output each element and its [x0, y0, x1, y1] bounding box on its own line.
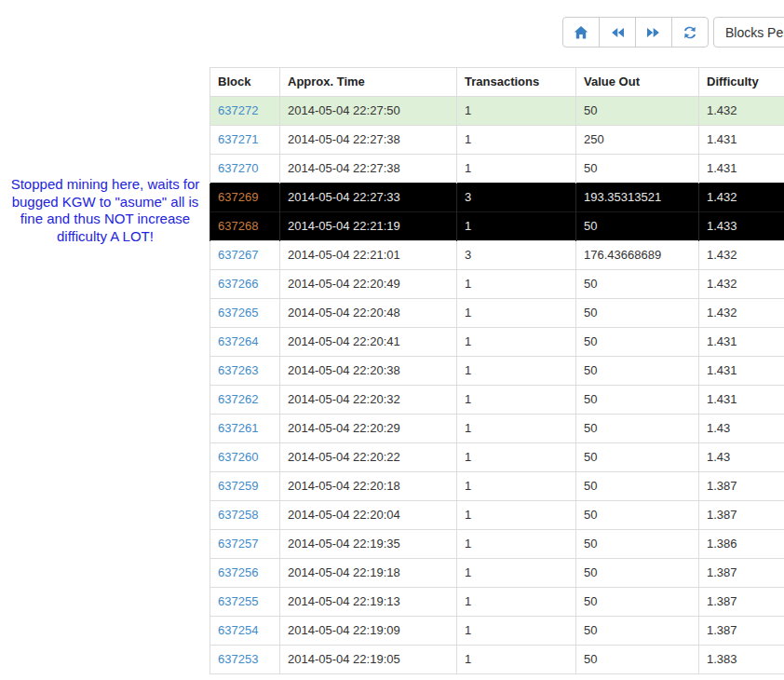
- refresh-icon: [683, 25, 697, 40]
- transactions-cell: 1: [457, 617, 576, 646]
- rewind-icon: [610, 25, 625, 40]
- time-cell: 2014-05-04 22:20:48: [280, 299, 457, 328]
- block-link[interactable]: 637267: [218, 248, 258, 262]
- block-cell: 637264: [210, 328, 280, 357]
- table-row: 6372612014-05-04 22:20:291501.43: [210, 415, 784, 443]
- value-out-cell: 50: [576, 530, 699, 559]
- block-link[interactable]: 637271: [218, 132, 258, 146]
- table-row: 6372552014-05-04 22:19:131501.387: [210, 588, 784, 617]
- value-out-cell: 50: [576, 415, 699, 443]
- difficulty-cell: 1.432: [699, 97, 784, 126]
- table-row: 6372692014-05-04 22:27:333193.353135211.…: [210, 184, 784, 212]
- block-link[interactable]: 637260: [218, 450, 258, 464]
- time-cell: 2014-05-04 22:21:19: [280, 212, 457, 241]
- value-out-cell: 176.43668689: [576, 241, 699, 270]
- block-link[interactable]: 637266: [218, 277, 258, 291]
- value-out-cell: 50: [576, 97, 699, 126]
- block-link[interactable]: 637255: [218, 594, 258, 608]
- difficulty-cell: 1.383: [699, 646, 784, 674]
- table-row: 6372722014-05-04 22:27:501501.432: [210, 97, 784, 126]
- table-row: 6372532014-05-04 22:19:051501.383: [210, 646, 784, 674]
- blocks-per-button[interactable]: Blocks Per: [713, 17, 784, 48]
- block-link[interactable]: 637258: [218, 508, 258, 522]
- difficulty-cell: 1.432: [699, 270, 784, 299]
- transactions-cell: 1: [457, 559, 576, 588]
- column-header-transactions: Transactions: [457, 68, 576, 97]
- time-cell: 2014-05-04 22:19:13: [280, 588, 457, 617]
- block-link[interactable]: 637272: [218, 103, 258, 117]
- transactions-cell: 3: [457, 241, 576, 270]
- table-row: 6372682014-05-04 22:21:191501.433: [210, 212, 784, 241]
- block-link[interactable]: 637263: [218, 363, 258, 377]
- transactions-cell: 3: [457, 184, 576, 212]
- value-out-cell: 50: [576, 472, 699, 501]
- annotation-line: difficulty A LOT!: [0, 228, 210, 246]
- difficulty-cell: 1.387: [699, 617, 784, 646]
- table-row: 6372632014-05-04 22:20:381501.431: [210, 357, 784, 386]
- home-button[interactable]: [562, 17, 600, 48]
- block-cell: 637262: [210, 386, 280, 415]
- time-cell: 2014-05-04 22:27:38: [280, 155, 457, 184]
- block-link[interactable]: 637259: [218, 479, 258, 493]
- time-cell: 2014-05-04 22:20:18: [280, 472, 457, 501]
- transactions-cell: 1: [457, 646, 576, 674]
- transactions-cell: 1: [457, 415, 576, 443]
- block-link[interactable]: 637254: [218, 623, 258, 637]
- block-link[interactable]: 637257: [218, 537, 258, 551]
- value-out-cell: 50: [576, 155, 699, 184]
- time-cell: 2014-05-04 22:27:38: [280, 126, 457, 155]
- block-link[interactable]: 637265: [218, 306, 258, 320]
- table-row: 6372592014-05-04 22:20:181501.387: [210, 472, 784, 501]
- block-link[interactable]: 637256: [218, 565, 258, 579]
- table-row: 6372602014-05-04 22:20:221501.43: [210, 443, 784, 472]
- block-cell: 637271: [210, 126, 280, 155]
- nav-button-group: [562, 17, 709, 48]
- transactions-cell: 1: [457, 357, 576, 386]
- block-link[interactable]: 637261: [218, 421, 258, 435]
- block-cell: 637255: [210, 588, 280, 617]
- next-button[interactable]: [635, 17, 672, 48]
- difficulty-cell: 1.432: [699, 299, 784, 328]
- time-cell: 2014-05-04 22:20:41: [280, 328, 457, 357]
- value-out-cell: 250: [576, 126, 699, 155]
- block-cell: 637272: [210, 97, 280, 126]
- blocks-table: BlockApprox. TimeTransactionsValue OutDi…: [210, 67, 784, 674]
- annotation-line: bugged KGW to "asume" all is: [0, 194, 210, 211]
- block-link[interactable]: 637262: [218, 392, 258, 406]
- difficulty-cell: 1.431: [699, 357, 784, 386]
- block-link[interactable]: 637268: [218, 219, 258, 233]
- refresh-button[interactable]: [671, 17, 709, 48]
- column-header-block: Block: [210, 68, 280, 97]
- table-row: 6372542014-05-04 22:19:091501.387: [210, 617, 784, 646]
- block-cell: 637260: [210, 443, 280, 472]
- toolbar: Blocks Per: [562, 17, 784, 48]
- block-cell: 637266: [210, 270, 280, 299]
- fast-forward-icon: [646, 25, 661, 40]
- time-cell: 2014-05-04 22:20:38: [280, 357, 457, 386]
- value-out-cell: 50: [576, 386, 699, 415]
- block-link[interactable]: 637269: [218, 190, 258, 204]
- transactions-cell: 1: [457, 530, 576, 559]
- difficulty-cell: 1.43: [699, 443, 784, 472]
- value-out-cell: 50: [576, 212, 699, 241]
- table-row: 6372662014-05-04 22:20:491501.432: [210, 270, 784, 299]
- transactions-cell: 1: [457, 97, 576, 126]
- transactions-cell: 1: [457, 472, 576, 501]
- difficulty-cell: 1.431: [699, 126, 784, 155]
- home-icon: [574, 25, 588, 40]
- block-link[interactable]: 637270: [218, 161, 258, 175]
- previous-button[interactable]: [599, 17, 636, 48]
- block-cell: 637257: [210, 530, 280, 559]
- block-link[interactable]: 637253: [218, 652, 258, 666]
- table-row: 6372652014-05-04 22:20:481501.432: [210, 299, 784, 328]
- time-cell: 2014-05-04 22:20:32: [280, 386, 457, 415]
- transactions-cell: 1: [457, 328, 576, 357]
- transactions-cell: 1: [457, 299, 576, 328]
- time-cell: 2014-05-04 22:27:50: [280, 97, 457, 126]
- annotation-line: Stopped mining here, waits for: [0, 176, 210, 194]
- annotation-note: Stopped mining here, waits forbugged KGW…: [0, 176, 210, 245]
- transactions-cell: 1: [457, 588, 576, 617]
- block-cell: 637261: [210, 415, 280, 443]
- difficulty-cell: 1.431: [699, 328, 784, 357]
- block-link[interactable]: 637264: [218, 334, 258, 348]
